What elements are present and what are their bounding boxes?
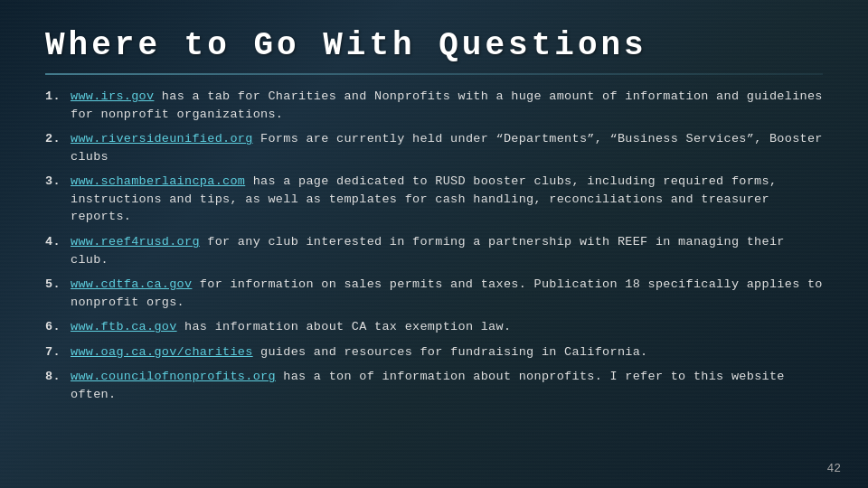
resource-link[interactable]: www.schamberlaincpa.com bbox=[71, 174, 245, 188]
list-item: 2.www.riversideunified.org Forms are cur… bbox=[45, 130, 823, 165]
list-number: 5. bbox=[45, 276, 71, 311]
list-number: 1. bbox=[45, 88, 71, 123]
list-content: www.councilofnonprofits.org has a ton of… bbox=[71, 368, 823, 403]
resource-list: 1.www.irs.gov has a tab for Charities an… bbox=[45, 88, 823, 403]
resource-link[interactable]: www.councilofnonprofits.org bbox=[71, 370, 276, 383]
page-number: 42 bbox=[826, 462, 841, 475]
list-content: www.reef4rusd.org for any club intereste… bbox=[71, 233, 823, 268]
list-item: 4.www.reef4rusd.org for any club interes… bbox=[45, 233, 823, 268]
list-content: www.cdtfa.ca.gov for information on sale… bbox=[71, 276, 823, 311]
slide-title: Where to Go With Questions bbox=[45, 27, 823, 64]
list-content: www.irs.gov has a tab for Charities and … bbox=[71, 88, 823, 123]
list-item: 7.www.oag.ca.gov/charities guides and re… bbox=[45, 343, 823, 361]
slide-container: Where to Go With Questions 1.www.irs.gov… bbox=[0, 0, 868, 488]
resource-link[interactable]: www.ftb.ca.gov bbox=[71, 320, 177, 333]
list-content: www.riversideunified.org Forms are curre… bbox=[71, 130, 823, 165]
list-item: 3.www.schamberlaincpa.com has a page ded… bbox=[45, 173, 823, 226]
resource-link[interactable]: www.riversideunified.org bbox=[71, 132, 253, 145]
list-number: 2. bbox=[45, 130, 71, 165]
resource-link[interactable]: www.irs.gov bbox=[71, 89, 154, 103]
resource-link[interactable]: www.oag.ca.gov/charities bbox=[71, 345, 253, 359]
list-item: 6.www.ftb.ca.gov has information about C… bbox=[45, 318, 823, 336]
list-number: 6. bbox=[45, 318, 71, 336]
list-number: 8. bbox=[45, 368, 71, 403]
resource-link[interactable]: www.cdtfa.ca.gov bbox=[71, 277, 192, 291]
list-number: 7. bbox=[45, 343, 71, 361]
list-content: www.ftb.ca.gov has information about CA … bbox=[71, 318, 823, 336]
list-content: www.schamberlaincpa.com has a page dedic… bbox=[71, 173, 823, 226]
list-item: 8.www.councilofnonprofits.org has a ton … bbox=[45, 368, 823, 403]
list-item: 1.www.irs.gov has a tab for Charities an… bbox=[45, 88, 823, 123]
resource-link[interactable]: www.reef4rusd.org bbox=[71, 235, 200, 249]
list-content: www.oag.ca.gov/charities guides and reso… bbox=[71, 343, 823, 361]
list-number: 4. bbox=[45, 233, 71, 268]
list-number: 3. bbox=[45, 173, 71, 226]
title-divider bbox=[45, 73, 823, 75]
list-item: 5.www.cdtfa.ca.gov for information on sa… bbox=[45, 276, 823, 311]
